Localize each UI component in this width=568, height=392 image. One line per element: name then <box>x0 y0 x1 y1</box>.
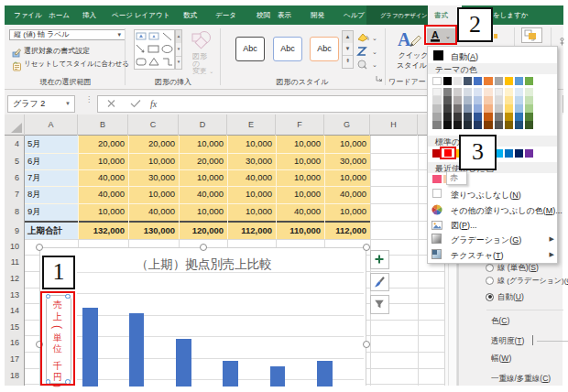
svg-text:⌄: ⌄ <box>372 35 377 41</box>
svg-text:fx: fx <box>150 99 158 109</box>
svg-text:⌄: ⌄ <box>372 49 377 55</box>
svg-text:⌄: ⌄ <box>372 61 377 68</box>
svg-text:A: A <box>398 29 411 49</box>
